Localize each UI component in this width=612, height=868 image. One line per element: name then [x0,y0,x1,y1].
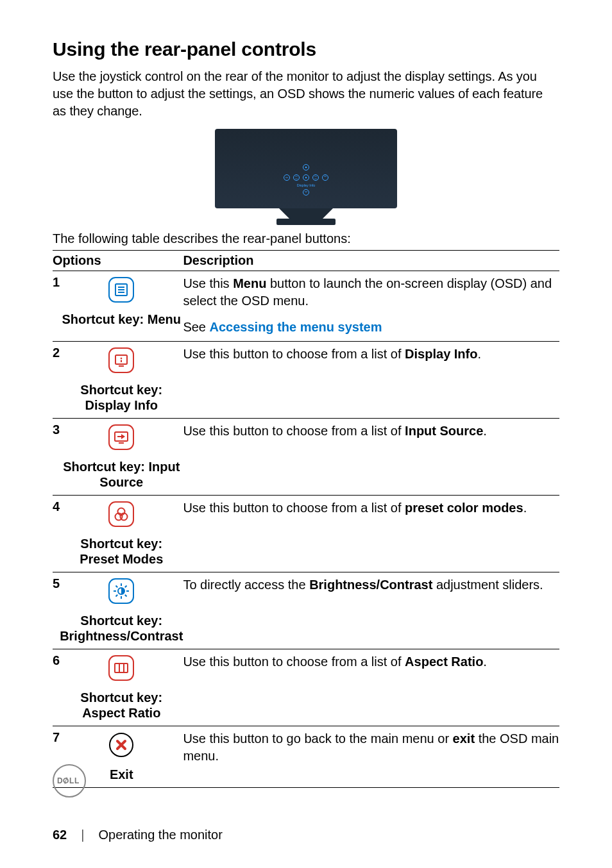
shortcut-label: Shortcut key:Brightness/Contrast [60,613,183,644]
input-source-icon [108,424,135,451]
table-row: 7 Exit Use this button to go back to the… [53,726,559,788]
svg-line-38 [125,586,127,588]
svg-rect-40 [115,664,128,672]
svg-marker-1 [279,208,333,219]
osd-hint-text: Display Info [297,183,316,187]
row-description: Use this button to go back to the main m… [183,726,559,788]
table-row: 5 [53,572,559,649]
page-number: 62 [53,828,67,842]
row-number: 3 [53,419,60,496]
row-description: To directly access the Brightness/Contra… [183,572,559,649]
svg-line-36 [125,595,127,597]
accessing-menu-system-link[interactable]: Accessing the menu system [210,320,382,334]
brightness-contrast-icon [108,578,135,605]
svg-rect-2 [276,219,336,225]
svg-rect-0 [215,129,397,208]
page-footer: 62 | Operating the monitor [53,828,223,842]
row-description: Use this button to choose from a list of… [183,419,559,496]
rear-panel-options-table: Options Description 1 [53,250,559,788]
table-row: 1 Shortcut key: Menu Use this [53,271,559,342]
aspect-ratio-icon [108,655,135,681]
preset-modes-icon [108,501,135,528]
svg-point-11 [305,177,307,178]
row-description: Use this Menu button to launch the on-sc… [183,271,559,342]
table-row: 6 Shortcut key:Aspect Ratio [53,649,559,726]
svg-text:L: L [69,776,74,785]
header-description: Description [183,251,559,271]
intro-paragraph: Use the joystick control on the rear of … [53,68,559,120]
table-row: 3 Shortcut key: InputSource [53,419,559,496]
svg-point-19 [121,358,123,360]
row-number: 2 [53,342,60,419]
svg-rect-18 [115,355,127,364]
svg-point-10 [305,167,307,169]
table-row: 4 Shortcut key:Preset Modes [53,496,559,572]
exit-icon [108,731,135,758]
row-description: Use this button to choose from a list of… [183,496,559,572]
shortcut-label: Shortcut key: InputSource [60,459,183,490]
table-intro: The following table describes the rear-p… [53,231,559,246]
table-row: 2 Shortcut key:Display Info [53,342,559,419]
shortcut-label: Shortcut key:Display Info [60,382,183,413]
dell-logo-icon: D Ø L L [53,764,86,797]
row-number: 1 [53,271,60,342]
svg-line-35 [116,586,118,588]
svg-rect-39 [109,656,133,680]
row-description: Use this button to choose from a list of… [183,649,559,726]
svg-line-37 [116,595,118,597]
row-description: Use this button to choose from a list of… [183,342,559,419]
row-number: 4 [53,496,60,572]
svg-text:L: L [74,776,80,785]
monitor-rear-figure: Display Info [53,129,559,226]
footer-separator: | [81,828,84,842]
menu-icon [108,276,135,303]
chapter-title: Operating the monitor [98,828,222,842]
shortcut-label: Shortcut key:Aspect Ratio [60,690,183,721]
shortcut-label: Shortcut key:Preset Modes [60,536,183,567]
row-number: 5 [53,572,60,649]
section-heading: Using the rear-panel controls [53,38,559,60]
shortcut-label: Shortcut key: Menu [60,312,183,327]
display-info-icon [108,347,135,374]
header-options: Options [53,251,183,271]
row-number: 6 [53,649,60,726]
